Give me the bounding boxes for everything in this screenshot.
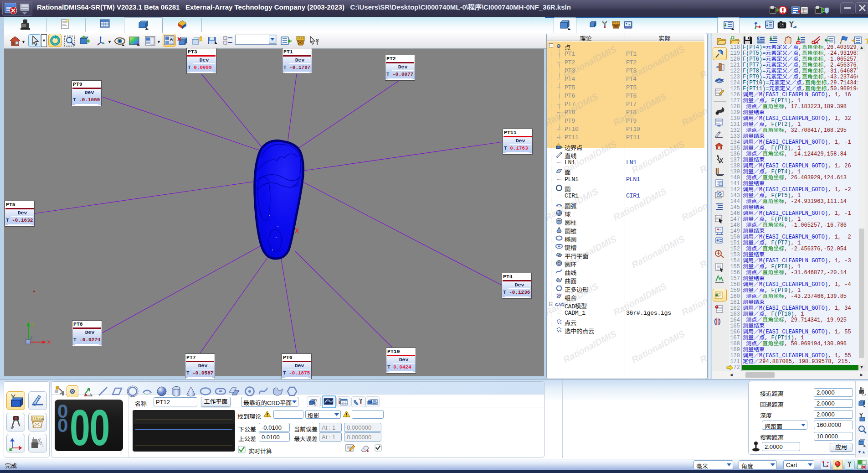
svg-text:X: X xyxy=(47,339,51,345)
svg-text:CAD: CAD xyxy=(555,302,565,307)
svg-text:X: X xyxy=(295,227,299,235)
svg-text:A: A xyxy=(170,37,173,42)
svg-text:Z: Z xyxy=(30,336,33,340)
svg-text:Y: Y xyxy=(31,322,35,327)
svg-text:08A: 08A xyxy=(37,417,44,421)
